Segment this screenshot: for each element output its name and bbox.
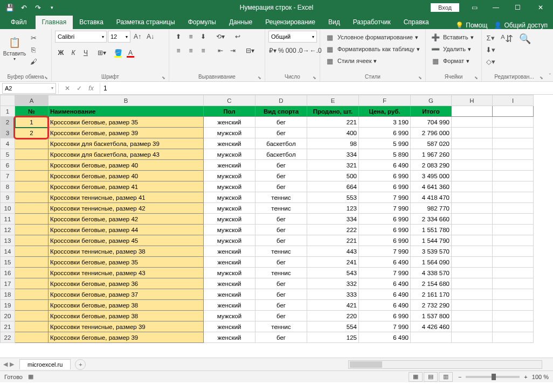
cell[interactable]: 4 641 360 [411,181,452,192]
cell[interactable] [15,203,49,214]
cell[interactable]: 982 770 [411,203,452,214]
cell[interactable]: теннис [255,321,307,332]
cell[interactable] [452,225,493,235]
cell[interactable]: мужской [204,225,255,235]
cell[interactable] [493,117,534,128]
cell[interactable]: 334 [307,149,359,160]
cell[interactable]: 221 [307,235,359,246]
cell[interactable]: мужской [204,128,255,138]
align-right-icon[interactable]: ≡ [197,45,209,57]
decrease-indent-icon[interactable]: ⇤ [215,45,226,57]
cell[interactable]: Кроссовки беговые, размер 39 [49,128,204,138]
zoom-out-button[interactable]: − [458,374,461,380]
redo-icon[interactable]: ↷ [31,1,44,14]
row-header-16[interactable]: 16 [1,268,15,278]
cell[interactable]: 6 490 [359,300,411,311]
cell[interactable]: 332 [307,278,359,289]
cell[interactable]: 543 [307,268,359,278]
cell[interactable] [452,160,493,171]
cell[interactable]: женский [204,160,255,171]
cell[interactable] [493,278,534,289]
percent-icon[interactable]: % [278,45,285,57]
cell[interactable]: 2 796 000 [411,128,452,138]
cell[interactable]: Кроссовки беговые, размер 38 [49,300,204,311]
cell[interactable] [493,300,534,311]
cell[interactable]: 125 [307,332,359,343]
cell[interactable]: 6 490 [359,332,411,343]
cell[interactable]: 664 [307,181,359,192]
cell[interactable] [15,321,49,332]
cell[interactable] [452,321,493,332]
cell[interactable] [15,181,49,192]
cell[interactable] [493,192,534,203]
collapse-ribbon-icon[interactable]: ˇ [549,73,551,79]
cell[interactable]: 3 190 [359,117,411,128]
font-size-select[interactable]: 12▾ [108,31,130,43]
cell[interactable]: 333 [307,289,359,300]
italic-button[interactable]: К [67,47,79,59]
qat-customize-icon[interactable]: ▾ [45,1,58,14]
row-header-15[interactable]: 15 [1,257,15,268]
font-color-icon[interactable]: A [125,47,136,59]
cell[interactable]: 1 537 800 [411,311,452,321]
cell[interactable]: 2 154 680 [411,278,452,289]
minimize-button[interactable]: — [485,0,507,15]
cell[interactable]: 6 990 [359,311,411,321]
cell[interactable]: бег [255,160,307,171]
cell[interactable] [15,138,49,149]
tab-insert[interactable]: Вставка [73,16,110,29]
row-header-11[interactable]: 11 [1,214,15,225]
col-header-D[interactable]: D [255,95,307,106]
cell[interactable]: 241 [307,257,359,268]
cell[interactable]: 2 083 290 [411,160,452,171]
sort-filter-button[interactable]: ᴬ⇵ [499,33,514,45]
macro-record-icon[interactable]: ▦ [28,373,33,380]
horizontal-scrollbar[interactable] [348,360,542,369]
cell[interactable] [493,268,534,278]
paste-button[interactable]: 📋 Вставить ▾ [3,31,26,67]
find-select-button[interactable]: 🔍 [517,33,533,45]
enter-formula-icon[interactable]: ✓ [74,83,85,94]
cell[interactable] [15,300,49,311]
cell[interactable] [15,149,49,160]
cell[interactable]: 2 161 170 [411,289,452,300]
cell[interactable]: женский [204,332,255,343]
cell[interactable]: 321 [307,160,359,171]
cell[interactable]: Кроссовки беговые, размер 45 [49,235,204,246]
cell[interactable] [15,278,49,289]
cell[interactable]: 6 990 [359,181,411,192]
cell[interactable] [452,300,493,311]
borders-icon[interactable]: ⊞▾ [96,47,108,59]
row-header-13[interactable]: 13 [1,235,15,246]
cell[interactable]: женский [204,321,255,332]
tab-developer[interactable]: Разработчик [347,16,397,29]
cell[interactable]: бег [255,311,307,321]
cell[interactable]: 7 990 [359,203,411,214]
tab-formulas[interactable]: Формулы [182,16,223,29]
cell[interactable]: бег [255,171,307,181]
cell[interactable] [452,214,493,225]
cell[interactable] [452,289,493,300]
cell[interactable]: 221 [307,117,359,128]
cell[interactable]: женский [204,300,255,311]
cell[interactable]: 7 990 [359,321,411,332]
cell[interactable] [15,160,49,171]
cell[interactable] [15,246,49,257]
cell[interactable]: Кроссовки беговые, размер 38 [49,311,204,321]
cell[interactable] [15,289,49,300]
comma-icon[interactable]: 000 [285,45,297,57]
cell[interactable]: 5 890 [359,149,411,160]
increase-decimal-icon[interactable]: .0→ [298,45,309,57]
row-header-8[interactable]: 8 [1,181,15,192]
cell[interactable]: 98 [307,138,359,149]
cell[interactable] [15,225,49,235]
copy-icon[interactable]: ⎘ [28,45,39,54]
cell[interactable] [452,278,493,289]
cell[interactable]: женский [204,257,255,268]
ribbon-display-icon[interactable]: ▭ [464,0,485,15]
cell[interactable]: бег [255,128,307,138]
cell[interactable]: 2 [15,128,49,138]
cell[interactable] [452,181,493,192]
cell[interactable] [452,257,493,268]
row-header-10[interactable]: 10 [1,203,15,214]
